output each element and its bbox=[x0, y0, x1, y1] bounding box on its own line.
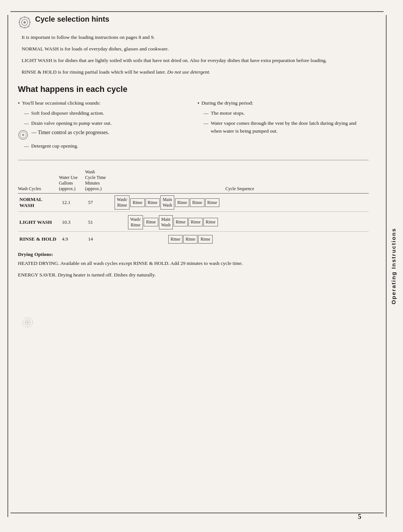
wash-cycles-table: Wash Cycles Water Use Gallons (approx.) … bbox=[18, 168, 369, 245]
right-bullet-1-text: During the drying period: bbox=[202, 99, 253, 107]
cycle-hints-para-4: RINSE & HOLD is for rinsing partial load… bbox=[18, 68, 369, 76]
right-sidebar: Operating Instructions bbox=[384, 0, 403, 532]
right-dash-2-symbol: — bbox=[203, 120, 209, 127]
left-bullet-1: • You'll hear occasional clicking sounds… bbox=[18, 99, 186, 108]
dash-3: — bbox=[31, 130, 37, 135]
cycle-hints-para-3: LIGHT WASH is for dishes that are lightl… bbox=[18, 57, 369, 65]
th-wash-cycles-label: Wash Cycles bbox=[18, 186, 57, 192]
th-water-use-l3: (approx.) bbox=[59, 186, 83, 192]
left-border-line bbox=[7, 15, 8, 517]
bullet-dot-1: • bbox=[18, 99, 20, 108]
rinse-hold-italic: Do not use detergent. bbox=[167, 69, 210, 75]
cycle-step-box: Rinse bbox=[205, 198, 219, 207]
page-number: 5 bbox=[358, 513, 361, 521]
left-dash-4-text: Detergent cup opening. bbox=[31, 142, 78, 150]
cycle-step-box: Rinse bbox=[168, 235, 182, 244]
dash-2: — bbox=[24, 120, 29, 127]
left-dash-3-with-icon: — Timer control as cycle progresses. bbox=[18, 130, 186, 140]
sidebar-border-left bbox=[386, 15, 387, 517]
top-line bbox=[10, 11, 384, 12]
left-dash-1: — Soft food disposer shredding action. bbox=[18, 109, 186, 117]
th-cycle-sequence-label: Cycle Sequence bbox=[113, 186, 366, 192]
two-col-layout: • You'll hear occasional clicking sounds… bbox=[18, 99, 369, 152]
right-dash-1: — The motor stops. bbox=[197, 109, 366, 117]
cycle-step-box: Rinse bbox=[130, 198, 144, 207]
th-cycle-time: Wash Cycle Time Minutes (approx.) bbox=[85, 168, 113, 194]
drying-item-2: ENERGY SAVER. Drying heater is turned of… bbox=[18, 271, 369, 279]
right-dash-2-text: Water vapor comes through the vent by th… bbox=[211, 120, 366, 135]
gear-icon bbox=[18, 16, 31, 29]
cycle-step-box: Rinse bbox=[144, 218, 158, 226]
wash-cycles-tbody: NORMAL WASH12.157Wash/RinseRinseRinseMai… bbox=[18, 194, 369, 245]
page-container: Cycle selection hints It is important to… bbox=[0, 0, 403, 532]
right-dash-1-text: The motor stops. bbox=[211, 109, 245, 117]
separator-line bbox=[18, 160, 369, 160]
cycle-sequence-container: RinseRinseRinse bbox=[115, 235, 367, 244]
right-bullet-1: • During the drying period: bbox=[197, 99, 366, 108]
left-dash-2: — Drain valve opening to pump water out. bbox=[18, 120, 186, 127]
right-dash-2: — Water vapor comes through the vent by … bbox=[197, 120, 366, 135]
cycle-sequence-cell: Wash/RinseRinseMainWashRinseRinseRinse bbox=[113, 213, 369, 231]
table-row: RINSE & HOLD4.914RinseRinseRinse bbox=[18, 233, 369, 245]
right-column: • During the drying period: — The motor … bbox=[197, 99, 366, 152]
cycle-name-cell: RINSE & HOLD bbox=[18, 233, 59, 245]
cycle-sequence-container: Wash/RinseRinseRinseMainWashRinseRinseRi… bbox=[115, 195, 367, 210]
drying-title: Drying Options: bbox=[18, 251, 369, 257]
drying-section: Drying Options: HEATED DRYING. Available… bbox=[18, 251, 369, 279]
table-row: LIGHT WASH10.351Wash/RinseRinseMainWashR… bbox=[18, 213, 369, 231]
svg-point-2 bbox=[24, 21, 26, 24]
table-row: NORMAL WASH12.157Wash/RinseRinseRinseMai… bbox=[18, 194, 369, 212]
th-cycle-sequence: Cycle Sequence bbox=[113, 168, 369, 194]
cycle-time-cell: 57 bbox=[85, 194, 113, 212]
cycle-step-box: MainWash bbox=[160, 195, 174, 210]
th-cycle-time-l1: Wash bbox=[85, 169, 111, 175]
cycle-step-box: Rinse bbox=[183, 235, 197, 244]
cycle-sequence-cell: RinseRinseRinse bbox=[113, 233, 369, 245]
left-dash-3-text: Timer control as cycle progresses. bbox=[38, 130, 109, 135]
th-cycle-time-l4: (approx.) bbox=[85, 186, 111, 192]
water-use-cell: 12.1 bbox=[59, 194, 85, 212]
cycle-step-box: Wash/Rinse bbox=[128, 215, 143, 229]
th-cycle-time-l2: Cycle Time bbox=[85, 175, 111, 180]
bottom-line bbox=[10, 513, 384, 513]
main-content: Cycle selection hints It is important to… bbox=[10, 0, 384, 532]
cycle-step-box: Rinse bbox=[174, 218, 188, 226]
rinse-hold-text: RINSE & HOLD is for rinsing partial load… bbox=[22, 69, 167, 75]
th-cycle-time-l3: Minutes bbox=[85, 180, 111, 186]
cycle-hints-para-2: NORMAL WASH is for loads of everyday dis… bbox=[18, 45, 369, 53]
cycle-step-box: Rinse bbox=[146, 198, 160, 207]
cycle-hints-title: Cycle selection hints bbox=[35, 15, 109, 24]
cycle-step-box: Rinse bbox=[188, 218, 203, 226]
drying-item-1: HEATED DRYING. Available on all wash cyc… bbox=[18, 260, 369, 267]
water-use-cell: 4.9 bbox=[59, 233, 85, 245]
svg-point-18 bbox=[26, 321, 29, 324]
th-wash-cycles: Wash Cycles bbox=[18, 168, 59, 194]
cycle-hints-para-1: It is important to follow the loading in… bbox=[18, 34, 369, 41]
cycle-name-cell: NORMAL WASH bbox=[18, 194, 59, 212]
th-water-use-l1: Water Use bbox=[59, 175, 83, 180]
deco-icon-bottom bbox=[22, 316, 34, 328]
cycle-step-box: Rinse bbox=[175, 198, 189, 207]
deco-icon-bottom-area bbox=[18, 301, 369, 330]
cycle-step-box: Rinse bbox=[203, 218, 218, 226]
sidebar-text: Operating Instructions bbox=[390, 228, 397, 304]
cycle-name-cell: LIGHT WASH bbox=[18, 213, 59, 231]
th-water-use: Water Use Gallons (approx.) bbox=[59, 168, 85, 194]
dash-4: — bbox=[24, 142, 29, 150]
cycle-hints-header: Cycle selection hints bbox=[18, 15, 369, 29]
cycle-sequence-container: Wash/RinseRinseMainWashRinseRinseRinse bbox=[115, 215, 367, 229]
cycle-step-box: Rinse bbox=[198, 235, 212, 244]
what-happens-title: What happens in each cycle bbox=[18, 84, 369, 94]
left-dash-2-text: Drain valve opening to pump water out. bbox=[31, 120, 112, 127]
left-column: • You'll hear occasional clicking sounds… bbox=[18, 99, 186, 152]
left-border bbox=[0, 0, 10, 532]
timer-icon bbox=[18, 130, 28, 140]
dash-1: — bbox=[24, 109, 29, 117]
cycle-time-cell: 14 bbox=[85, 233, 113, 245]
bullet-dot-right-1: • bbox=[197, 99, 199, 108]
cycle-time-cell: 51 bbox=[85, 213, 113, 231]
left-dash-3-content: — Timer control as cycle progresses. bbox=[31, 130, 109, 136]
water-use-cell: 10.3 bbox=[59, 213, 85, 231]
right-dash-1-symbol: — bbox=[203, 109, 209, 117]
cycle-step-box: MainWash bbox=[159, 215, 173, 229]
